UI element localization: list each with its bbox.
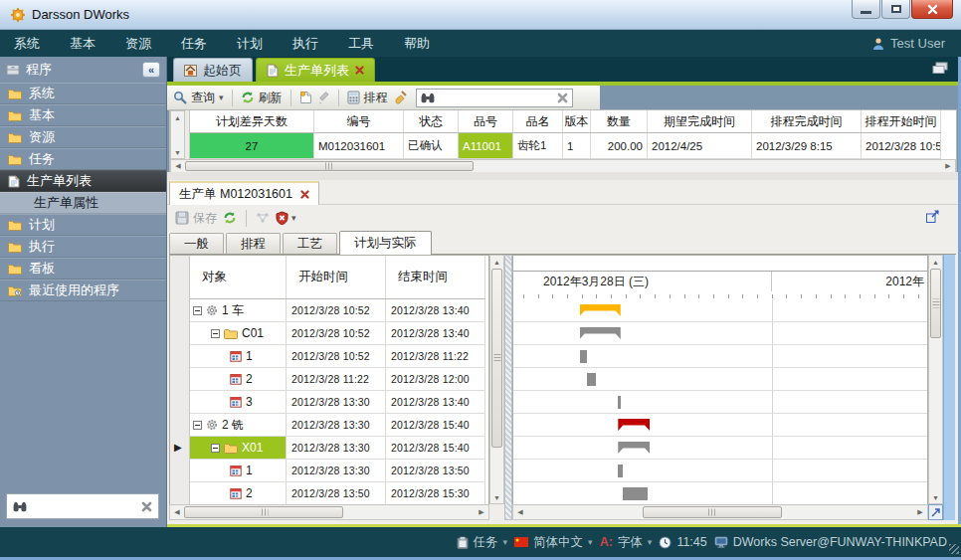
tree-cell-start-time[interactable]: 2012/3/28 13:30 (287, 460, 386, 482)
resize-grip[interactable] (949, 544, 959, 554)
tree-cell-end-time[interactable]: 2012/3/28 15:30 (386, 482, 485, 505)
tree-row[interactable]: 22012/3/28 11:222012/3/28 12:00 (190, 368, 488, 391)
expand-collapse-box[interactable] (193, 306, 202, 315)
orders-horizontal-scrollbar[interactable]: ◀ ▶ (170, 159, 956, 173)
tree-cell-object[interactable]: 1 (190, 345, 287, 368)
menu-item-6[interactable]: 工具 (348, 35, 374, 53)
tab-orders-list[interactable]: 生产单列表 (256, 58, 375, 82)
tree-column-header[interactable]: 结束时间 (386, 256, 485, 298)
tree-row[interactable]: 32012/3/28 13:302012/3/28 13:40 (190, 391, 488, 414)
tree-cell-start-time[interactable]: 2012/3/28 10:52 (287, 345, 386, 368)
tree-cell-start-time[interactable]: 2012/3/28 13:30 (287, 437, 386, 460)
grid-column-header[interactable]: 状态 (404, 110, 459, 132)
tree-cell-end-time[interactable]: 2012/3/28 12:00 (386, 368, 485, 391)
tree-cell-start-time[interactable]: 2012/3/28 13:30 (287, 414, 386, 437)
gantt-bar-summary[interactable] (580, 304, 621, 316)
orders-grid-row[interactable]: 27M012031601已确认A11001齿轮11200.002012/4/25… (190, 133, 941, 159)
grid-column-header[interactable]: 排程完成时间 (752, 110, 862, 132)
tree-cell-object[interactable]: 2 (190, 368, 287, 391)
maximize-button[interactable] (881, 0, 910, 19)
tab-close-icon[interactable] (355, 66, 364, 75)
tree-cell-end-time[interactable]: 2012/3/28 15:40 (386, 414, 485, 437)
tree-cell-start-time[interactable]: 2012/3/28 10:52 (287, 322, 386, 345)
grid-cell-sched_finish[interactable]: 2012/3/29 8:15 (752, 133, 862, 159)
gantt-horizontal-scrollbar[interactable]: ◀ ▶ (512, 504, 928, 520)
edit-pencil-icon[interactable] (317, 92, 330, 104)
detail-subtab-0[interactable]: 一般 (169, 233, 224, 254)
tree-column-header[interactable]: 开始时间 (287, 256, 386, 298)
detail-refresh-icon[interactable] (223, 211, 237, 225)
menu-item-5[interactable]: 执行 (292, 35, 318, 53)
status-task-selector[interactable]: 任务 ▾ (457, 534, 508, 551)
status-font-selector[interactable]: A: 字体 ▾ (600, 534, 653, 551)
tree-cell-object[interactable]: 1 (190, 460, 287, 482)
grid-cell-status[interactable]: 已确认 (404, 133, 459, 159)
window-list-icon[interactable] (932, 62, 948, 75)
expand-collapse-box[interactable] (211, 329, 220, 338)
popout-icon[interactable] (925, 209, 940, 224)
gantt-bar-task[interactable] (623, 487, 648, 500)
flow-link-icon[interactable] (256, 212, 270, 224)
tree-cell-start-time[interactable]: 2012/3/28 11:22 (287, 368, 386, 391)
user-indicator[interactable]: Test User (871, 36, 945, 51)
status-language-selector[interactable]: 简体中文 ▾ (514, 534, 593, 551)
tree-cell-end-time[interactable]: 2012/3/28 13:40 (386, 322, 485, 345)
tree-row[interactable]: X012012/3/28 13:302012/3/28 15:40 (190, 437, 488, 460)
toolbar-search-input[interactable] (439, 91, 553, 104)
tree-row[interactable]: 12012/3/28 10:522012/3/28 11:22 (190, 345, 488, 368)
grid-cell-item_name[interactable]: 齿轮1 (513, 133, 563, 159)
grid-column-header[interactable]: 版本 (563, 110, 591, 132)
sidebar-item-5[interactable]: 生产单属性 (0, 192, 166, 214)
sidebar-item-7[interactable]: 执行 (0, 236, 166, 258)
tab-home[interactable]: 起始页 (173, 58, 253, 82)
tree-column-header[interactable]: 对象 (190, 256, 287, 298)
gantt-bar-summary[interactable] (618, 442, 650, 454)
tree-cell-object[interactable]: 2 铣 (190, 414, 287, 437)
grid-cell-version[interactable]: 1 (563, 133, 591, 159)
detail-doc-tab[interactable]: 生产单 M012031601 (169, 181, 319, 205)
grid-column-header[interactable]: 排程开始时间 (862, 110, 941, 132)
grid-column-header[interactable]: 编号 (314, 110, 404, 132)
grid-column-header[interactable]: 计划差异天数 (190, 110, 314, 132)
new-document-icon[interactable] (299, 91, 312, 104)
gantt-bar-task[interactable] (580, 350, 587, 363)
gantt-bar-task[interactable] (618, 465, 623, 477)
sidebar-collapse-button[interactable]: « (142, 62, 160, 78)
gantt-bar-summary[interactable] (580, 327, 621, 339)
tree-row[interactable]: 2 铣2012/3/28 13:302012/3/28 15:40 (190, 414, 488, 437)
detail-subtab-1[interactable]: 排程 (226, 233, 281, 254)
grid-column-header[interactable]: 品号 (459, 110, 513, 132)
menu-item-2[interactable]: 资源 (125, 35, 151, 53)
menu-item-0[interactable]: 系统 (14, 35, 40, 53)
sidebar-item-6[interactable]: 计划 (0, 214, 166, 236)
tree-row[interactable]: 12012/3/28 13:302012/3/28 13:50 (190, 460, 488, 482)
tree-cell-object[interactable]: 3 (190, 391, 287, 414)
menu-item-7[interactable]: 帮助 (404, 35, 430, 53)
detail-tab-close-icon[interactable] (300, 190, 309, 199)
detail-subtab-3[interactable]: 计划与实际 (339, 231, 432, 255)
gantt-bar-task[interactable] (618, 396, 621, 409)
grid-cell-diff_days[interactable]: 27 (190, 133, 314, 159)
vertical-splitter[interactable] (504, 255, 512, 520)
gantt-bar-summary[interactable] (618, 419, 650, 431)
sidebar-item-0[interactable]: 系统 (0, 83, 166, 104)
query-button[interactable]: 查询 ▾ (173, 90, 224, 106)
grid-cell-code[interactable]: M012031601 (314, 133, 404, 159)
tree-cell-object[interactable]: 2 (190, 482, 287, 505)
security-button[interactable]: ▾ (276, 211, 296, 225)
tree-row[interactable]: C012012/3/28 10:522012/3/28 13:40 (190, 322, 488, 345)
tree-cell-start-time[interactable]: 2012/3/28 13:50 (287, 482, 386, 505)
close-button[interactable] (911, 0, 953, 19)
menu-item-4[interactable]: 计划 (237, 35, 263, 53)
tree-cell-object[interactable]: X01 (190, 437, 287, 460)
grid-column-header[interactable]: 期望完成时间 (648, 110, 752, 132)
clear-search-icon[interactable] (557, 93, 568, 103)
menu-item-3[interactable]: 任务 (181, 35, 207, 53)
sidebar-item-1[interactable]: 基本 (0, 104, 166, 126)
tree-row[interactable]: 22012/3/28 13:502012/3/28 15:30 (190, 482, 488, 505)
tree-cell-end-time[interactable]: 2012/3/28 13:50 (386, 460, 485, 482)
gantt-vertical-scrollbar[interactable]: ▲ ▼ (928, 255, 943, 504)
grid-column-header[interactable]: 品名 (513, 110, 563, 132)
sidebar-item-3[interactable]: 任务 (0, 148, 166, 170)
tree-cell-end-time[interactable]: 2012/3/28 11:22 (386, 345, 485, 368)
